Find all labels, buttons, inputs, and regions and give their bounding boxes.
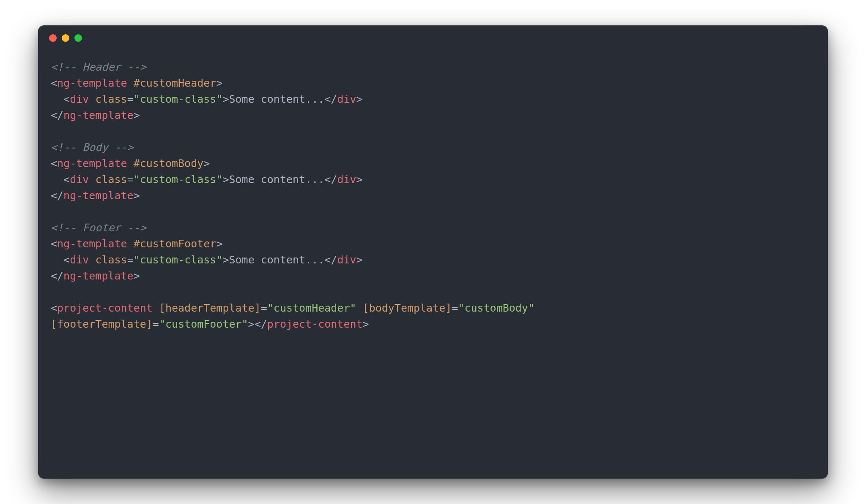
code-token: > xyxy=(222,254,229,266)
code-token: > xyxy=(356,254,363,266)
code-token: "customHeader" xyxy=(267,302,356,314)
code-token: < xyxy=(51,302,57,314)
maximize-icon[interactable] xyxy=(74,34,82,42)
code-token: < xyxy=(63,254,70,266)
code-window: <!-- Header --> <ng-template #customHead… xyxy=(38,25,828,479)
code-token: > xyxy=(203,157,210,170)
code-token: project-content xyxy=(267,318,363,330)
code-token: </ xyxy=(324,93,337,105)
code-token: = xyxy=(127,93,134,105)
code-token: Some content... xyxy=(229,254,325,266)
code-token: ng-template xyxy=(57,77,127,89)
code-token: #customFooter xyxy=(134,238,216,250)
code-token: class xyxy=(95,93,127,105)
code-token: div xyxy=(337,93,356,105)
code-token: < xyxy=(63,93,70,105)
code-token: #customHeader xyxy=(134,77,216,89)
code-token: > xyxy=(134,109,140,121)
code-token: <!-- Body --> xyxy=(51,141,134,153)
code-token: > xyxy=(222,93,229,105)
code-token: <!-- Header --> xyxy=(51,61,146,73)
code-token: </ xyxy=(51,270,63,282)
code-token: </ xyxy=(51,189,63,202)
code-token: > xyxy=(216,238,222,250)
code-token: = xyxy=(261,302,267,314)
code-token: > xyxy=(356,173,363,186)
code-token: "custom-class" xyxy=(134,173,223,186)
code-token: "customBody" xyxy=(458,302,534,314)
minimize-icon[interactable] xyxy=(62,34,69,42)
code-token: div xyxy=(70,173,89,186)
code-token: </ xyxy=(324,173,337,186)
code-token: Some content... xyxy=(229,93,325,105)
code-token: > xyxy=(216,77,222,89)
code-token: ng-template xyxy=(57,238,127,250)
code-token: < xyxy=(51,157,57,170)
code-token: > xyxy=(363,318,369,330)
code-token: > xyxy=(222,173,229,186)
code-token: #customBody xyxy=(134,157,204,170)
code-token: = xyxy=(452,302,458,314)
code-token: [headerTemplate] xyxy=(159,302,261,314)
code-token: > xyxy=(134,189,140,202)
code-token: <!-- Footer --> xyxy=(51,222,146,234)
code-token: div xyxy=(70,93,89,105)
code-token: ng-template xyxy=(63,270,134,282)
code-token: ng-template xyxy=(57,157,127,170)
close-icon[interactable] xyxy=(49,34,57,42)
code-token: "customFooter" xyxy=(159,318,248,330)
code-token: Some content... xyxy=(229,173,325,186)
code-token: = xyxy=(127,254,134,266)
code-token: </ xyxy=(324,254,337,266)
code-token: project-content xyxy=(57,302,153,314)
code-token: ng-template xyxy=(63,189,134,202)
code-token: "custom-class" xyxy=(134,254,223,266)
code-token: div xyxy=(337,173,356,186)
code-token: = xyxy=(127,173,134,186)
code-token: < xyxy=(51,77,57,89)
code-token: class xyxy=(95,173,127,186)
code-token: > xyxy=(248,318,255,330)
code-token: < xyxy=(63,173,70,186)
code-token: > xyxy=(134,270,140,282)
code-token: = xyxy=(153,318,159,330)
code-token: > xyxy=(356,93,363,105)
code-token: < xyxy=(51,238,57,250)
code-token: [bodyTemplate] xyxy=(363,302,452,314)
code-token: "custom-class" xyxy=(134,93,223,105)
code-token: div xyxy=(337,254,356,266)
code-token: div xyxy=(70,254,89,266)
code-token: ng-template xyxy=(63,109,134,121)
code-token: [footerTemplate] xyxy=(51,318,153,330)
titlebar xyxy=(38,25,828,51)
code-token: </ xyxy=(51,109,63,121)
code-editor[interactable]: <!-- Header --> <ng-template #customHead… xyxy=(38,51,828,479)
code-token: class xyxy=(95,254,127,266)
code-token: </ xyxy=(255,318,267,330)
